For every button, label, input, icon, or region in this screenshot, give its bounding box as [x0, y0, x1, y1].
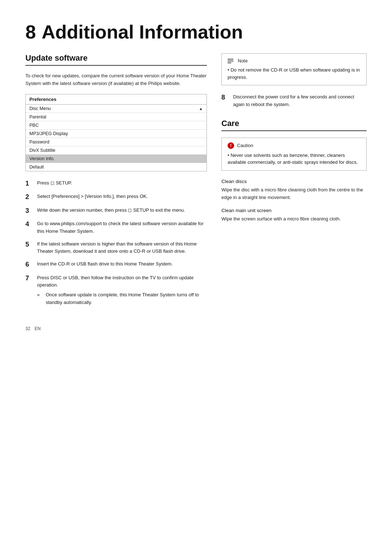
step-7-number: 7 — [25, 274, 33, 283]
right-column: Note Do not remove the CD-R or USB when … — [221, 53, 367, 312]
prefs-label-mp3jpeg: MP3/JPEG Display — [29, 131, 203, 136]
step-2: 2 Select [Preferences] > [Version Info.]… — [25, 193, 207, 201]
step-8-number: 8 — [221, 93, 229, 102]
caution-label: Caution — [237, 143, 253, 148]
prefs-label-password: Password — [29, 139, 203, 145]
step-1-number: 1 — [25, 179, 33, 188]
prefs-label-pbc: PBC — [29, 123, 203, 128]
step-5: 5 If the latest software version is high… — [25, 240, 207, 256]
care-section-title: Care — [221, 119, 367, 131]
page-layout: 8 Additional Information Update software… — [25, 22, 367, 331]
steps-list: 1 Press ◻ SETUP. 2 Select [Preferences] … — [25, 179, 207, 307]
prefs-table-header: Preferences — [26, 94, 207, 105]
footer-page-number: 32 — [25, 326, 30, 331]
step-4-content: Go to www.philips.com/support to check t… — [37, 220, 207, 235]
prefs-row-parental: Parental — [26, 113, 207, 121]
step-4-number: 4 — [25, 220, 33, 228]
prefs-row-default: Default — [26, 163, 207, 171]
step-7-sub-arrow: » — [37, 291, 43, 299]
step-2-content: Select [Preferences] > [Version Info.], … — [37, 193, 207, 200]
prefs-label-disc-menu: Disc Menu — [29, 106, 199, 111]
note-box: Note Do not remove the CD-R or USB when … — [221, 53, 367, 85]
left-column: Update software To check for new updates… — [25, 53, 207, 312]
prefs-label-version: Version Info. — [29, 156, 203, 161]
step-6-number: 6 — [25, 260, 33, 269]
prefs-row-version: Version Info. — [26, 155, 207, 163]
prefs-label-default: Default — [29, 165, 203, 170]
clean-discs-title: Clean discs — [221, 179, 367, 184]
chapter-number: 8 — [25, 21, 36, 42]
step-5-number: 5 — [25, 240, 33, 249]
note-label: Note — [238, 58, 248, 64]
step-6-content: Insert the CD-R or USB flash drive to th… — [37, 260, 207, 268]
step-3: 3 Write down the version number, then pr… — [25, 207, 207, 215]
step-7-content: Press DISC or USB, then follow the instr… — [37, 274, 207, 307]
prefs-row-password: Password — [26, 138, 207, 146]
caution-bullet: Never use solvents such as benzene, thin… — [228, 152, 360, 166]
step-2-number: 2 — [25, 193, 33, 201]
prefs-row-pbc: PBC — [26, 121, 207, 130]
page-footer: 32 EN — [25, 326, 367, 331]
prefs-row-mp3jpeg: MP3/JPEG Display — [26, 130, 207, 138]
preferences-table: Preferences Disc Menu ▲ Parental PBC MP3… — [25, 94, 207, 171]
clean-screen-title: Clean main unit screen — [221, 208, 367, 213]
step-7-sub: » Once software update is complete, this… — [37, 291, 207, 307]
note-bullet: Do not remove the CD-R or USB when softw… — [228, 66, 360, 81]
caution-box: ! Caution Never use solvents such as ben… — [221, 138, 367, 171]
note-icon-line-3 — [228, 62, 231, 63]
prefs-label-divx: DivX Subtitle — [29, 148, 203, 153]
note-icon-line-1 — [228, 59, 233, 60]
step-7-sub-text: Once software update is complete, this H… — [46, 291, 207, 307]
clean-screen-text: Wipe the screen surface with a micro fib… — [221, 215, 367, 223]
note-icon — [228, 59, 233, 63]
note-header: Note — [228, 58, 360, 64]
prefs-arrow-disc-menu: ▲ — [199, 106, 203, 111]
chapter-title-text: Additional Information — [42, 21, 243, 42]
top-section: Update software To check for new updates… — [25, 53, 367, 312]
clean-discs-text: Wipe the disc with a micro fibre cleanin… — [221, 186, 367, 202]
footer-lang: EN — [34, 326, 41, 331]
step-7: 7 Press DISC or USB, then follow the ins… — [25, 274, 207, 307]
step-1: 1 Press ◻ SETUP. — [25, 179, 207, 188]
step-6: 6 Insert the CD-R or USB flash drive to … — [25, 260, 207, 269]
update-software-intro: To check for new updates, compare the cu… — [25, 72, 207, 88]
step-8-content: Disconnect the power cord for a few seco… — [233, 93, 367, 109]
note-icon-line-2 — [228, 61, 233, 61]
step-3-number: 3 — [25, 207, 33, 215]
prefs-label-parental: Parental — [29, 114, 203, 119]
prefs-row-disc-menu: Disc Menu ▲ — [26, 105, 207, 113]
caution-header: ! Caution — [228, 142, 360, 149]
step-5-content: If the latest software version is higher… — [37, 240, 207, 256]
caution-icon: ! — [228, 142, 234, 149]
update-software-title: Update software — [25, 53, 207, 66]
step-3-content: Write down the version number, then pres… — [37, 207, 207, 214]
step-4: 4 Go to www.philips.com/support to check… — [25, 220, 207, 235]
step-1-content: Press ◻ SETUP. — [37, 179, 207, 187]
prefs-row-divx: DivX Subtitle — [26, 146, 207, 155]
step-8: 8 Disconnect the power cord for a few se… — [221, 93, 367, 109]
chapter-title: 8 Additional Information — [25, 22, 367, 42]
